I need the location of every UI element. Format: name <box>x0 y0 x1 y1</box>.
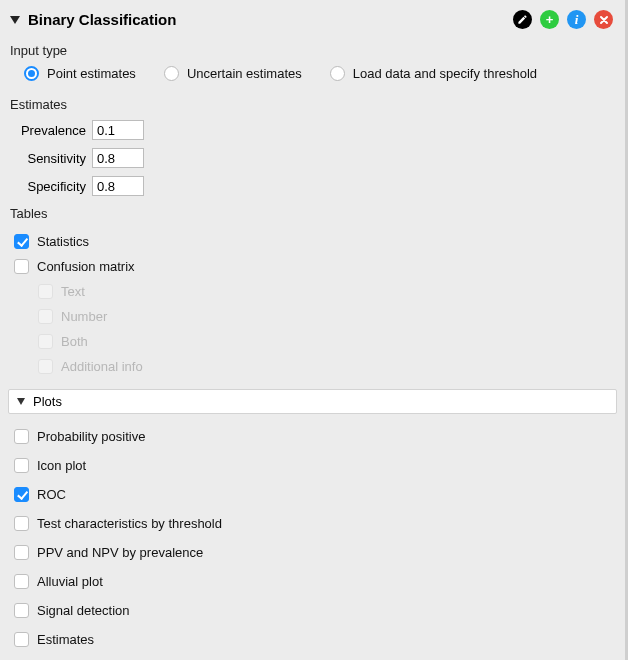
input-type-option[interactable]: Point estimates <box>24 66 136 81</box>
input-type-label: Input type <box>0 37 625 62</box>
pencil-icon <box>517 14 528 25</box>
checkbox-label: Signal detection <box>37 603 130 618</box>
checkbox-row[interactable]: ROC <box>14 480 615 509</box>
checkbox-label: Additional info <box>61 359 143 374</box>
radio-button[interactable] <box>24 66 39 81</box>
checkbox-row[interactable]: Alluvial plot <box>14 567 615 596</box>
field-prevalence: Prevalence <box>0 116 625 144</box>
checkbox-label: Text <box>61 284 85 299</box>
collapse-icon[interactable] <box>10 16 20 24</box>
checkbox-label: Probability positive <box>37 429 145 444</box>
info-icon[interactable]: i <box>567 10 586 29</box>
checkbox[interactable] <box>14 603 29 618</box>
radio-label: Load data and specify threshold <box>353 66 537 81</box>
checkbox-label: Alluvial plot <box>37 574 103 589</box>
checkbox[interactable] <box>14 574 29 589</box>
checkbox-label: Icon plot <box>37 458 86 473</box>
checkbox-row: Additional info <box>14 354 615 379</box>
specificity-input[interactable] <box>92 176 144 196</box>
checkbox-label: Estimates <box>37 632 94 647</box>
checkbox <box>38 359 53 374</box>
checkbox[interactable] <box>14 234 29 249</box>
checkbox <box>38 334 53 349</box>
checkbox[interactable] <box>14 259 29 274</box>
header-actions: + i <box>513 10 613 29</box>
input-type-option[interactable]: Load data and specify threshold <box>330 66 537 81</box>
checkbox <box>38 309 53 324</box>
radio-button[interactable] <box>330 66 345 81</box>
checkbox-label: Both <box>61 334 88 349</box>
checkbox <box>38 284 53 299</box>
radio-label: Point estimates <box>47 66 136 81</box>
input-type-group: Point estimatesUncertain estimatesLoad d… <box>0 62 625 91</box>
checkbox[interactable] <box>14 516 29 531</box>
edit-icon[interactable] <box>513 10 532 29</box>
analysis-panel: Binary Classification + i Input type Poi… <box>0 0 628 660</box>
checkbox[interactable] <box>14 429 29 444</box>
panel-header: Binary Classification + i <box>0 0 625 37</box>
sensitivity-input[interactable] <box>92 148 144 168</box>
checkbox-row[interactable]: Icon plot <box>14 451 615 480</box>
field-label: Sensitivity <box>14 151 86 166</box>
checkbox-row[interactable]: PPV and NPV by prevalence <box>14 538 615 567</box>
checkbox-row[interactable]: Confusion matrix <box>14 254 615 279</box>
panel-title: Binary Classification <box>28 11 513 28</box>
checkbox-row[interactable]: Estimates <box>14 625 615 654</box>
field-label: Prevalence <box>14 123 86 138</box>
tables-label: Tables <box>0 200 625 225</box>
estimates-fields: PrevalenceSensitivitySpecificity <box>0 116 625 200</box>
checkbox-row[interactable]: Probability positive <box>14 422 615 451</box>
checkbox[interactable] <box>14 545 29 560</box>
field-sensitivity: Sensitivity <box>0 144 625 172</box>
close-icon[interactable] <box>594 10 613 29</box>
checkbox-label: Number <box>61 309 107 324</box>
checkbox-row: Number <box>14 304 615 329</box>
x-icon <box>599 15 609 25</box>
checkbox[interactable] <box>14 487 29 502</box>
plots-list: Probability positiveIcon plotROCTest cha… <box>0 422 625 660</box>
radio-button[interactable] <box>164 66 179 81</box>
checkbox-row[interactable]: Test characteristics by threshold <box>14 509 615 538</box>
estimates-label: Estimates <box>0 91 625 116</box>
chevron-down-icon <box>17 398 25 405</box>
checkbox-row: Both <box>14 329 615 354</box>
checkbox-label: ROC <box>37 487 66 502</box>
checkbox-label: Test characteristics by threshold <box>37 516 222 531</box>
prevalence-input[interactable] <box>92 120 144 140</box>
plots-header-label: Plots <box>33 394 62 409</box>
input-type-option[interactable]: Uncertain estimates <box>164 66 302 81</box>
checkbox[interactable] <box>14 458 29 473</box>
checkbox-label: Confusion matrix <box>37 259 135 274</box>
add-icon[interactable]: + <box>540 10 559 29</box>
checkbox-row[interactable]: Statistics <box>14 229 615 254</box>
checkbox-label: PPV and NPV by prevalence <box>37 545 203 560</box>
plots-header[interactable]: Plots <box>8 389 617 414</box>
checkbox-row[interactable]: Signal detection <box>14 596 615 625</box>
tables-list: StatisticsConfusion matrixTextNumberBoth… <box>0 225 625 383</box>
radio-label: Uncertain estimates <box>187 66 302 81</box>
field-label: Specificity <box>14 179 86 194</box>
checkbox-row: Text <box>14 279 615 304</box>
checkbox[interactable] <box>14 632 29 647</box>
checkbox-label: Statistics <box>37 234 89 249</box>
field-specificity: Specificity <box>0 172 625 200</box>
